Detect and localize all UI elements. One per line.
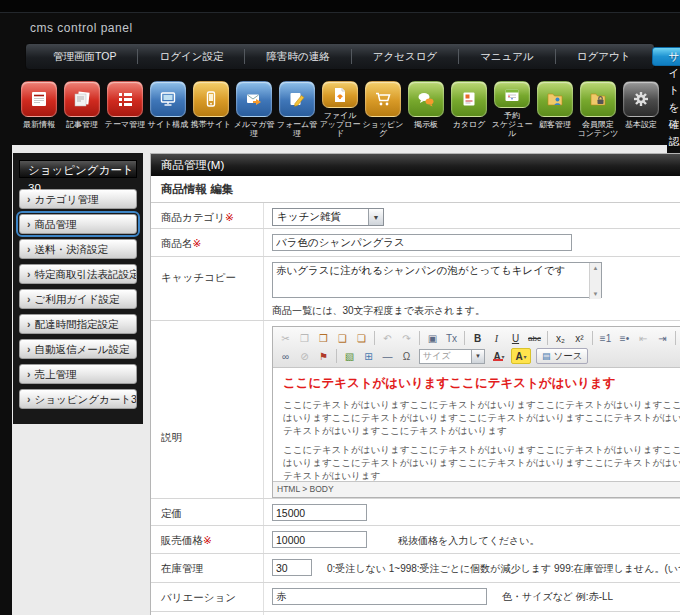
nav-item-1[interactable]: ログイン設定	[138, 49, 245, 64]
anchor-button[interactable]: ⚑	[315, 348, 332, 364]
nav-item-2[interactable]: 障害時の連絡	[245, 49, 351, 64]
chevron-right-icon: ›	[27, 243, 31, 255]
row-catch-copy: キャッチコピー 赤いグラスに注がれるシャンパンの泡がとってもキレイです ▲▼ 商…	[151, 257, 680, 321]
pencil-icon	[279, 81, 315, 117]
strike-button[interactable]: abc	[526, 330, 543, 346]
remove-format-button[interactable]: Tx	[443, 330, 460, 346]
list-price-label: 定価	[151, 499, 264, 525]
product-name-input[interactable]	[272, 234, 572, 251]
unordered-list-button[interactable]: ≡•	[616, 330, 633, 346]
underline-button[interactable]: U	[507, 330, 524, 346]
select-all-button[interactable]: ▣	[424, 330, 441, 346]
superscript-button[interactable]: x²	[571, 330, 588, 346]
category-select-value: キッチン雑貨	[273, 210, 368, 224]
ordered-list-button[interactable]: ≡1	[597, 330, 614, 346]
sidebar-item-label: 商品管理	[35, 218, 77, 230]
mail-icon	[236, 81, 272, 117]
toolbar-separator	[464, 331, 465, 345]
catch-copy-textarea[interactable]: 赤いグラスに注がれるシャンパンの泡がとってもキレイです	[272, 262, 602, 298]
top-strip	[0, 0, 680, 13]
toolbar-item-file-upload[interactable]: ファイル アップロード	[319, 81, 361, 138]
special-char-button[interactable]: Ω	[398, 348, 415, 364]
chevron-right-icon: ›	[27, 293, 31, 305]
toolbar-item-customer-mgmt[interactable]: 顧客管理	[534, 81, 576, 138]
image-button[interactable]: ▧	[341, 348, 358, 364]
monitor-icon	[150, 81, 186, 117]
toolbar-item-label: 会員限定 コンテンツ	[578, 120, 619, 138]
editor-status-bar[interactable]: HTML > BODY	[273, 481, 680, 497]
paste-button[interactable]: ❒	[315, 330, 332, 346]
chevron-down-icon: ▼	[368, 209, 383, 225]
toolbar-item-members-content[interactable]: 会員限定 コンテンツ	[577, 81, 619, 138]
text-color-button[interactable]: A▾	[489, 348, 509, 364]
nav-item-5[interactable]: ログアウト	[556, 49, 652, 64]
highlight-color-button[interactable]: A▾	[511, 348, 531, 364]
variation-input[interactable]	[272, 588, 487, 605]
chevron-right-icon: ›	[27, 318, 31, 330]
category-label: 商品カテゴリ	[161, 211, 225, 223]
sale-price-input[interactable]	[272, 531, 367, 548]
sidebar-item-label: ショッピングカート30について	[35, 393, 138, 405]
toolbar-item-catalog[interactable]: カタログ	[448, 81, 490, 138]
sidebar-item-0[interactable]: ›カテゴリ管理	[19, 189, 137, 209]
catch-copy-label: キャッチコピー	[151, 257, 264, 320]
subscript-button[interactable]: x₂	[552, 330, 569, 346]
category-select[interactable]: キッチン雑貨 ▼	[272, 208, 384, 226]
toolbar-item-shopping[interactable]: ショッピング	[362, 81, 404, 138]
horizontal-rule-button[interactable]: —	[379, 348, 396, 364]
sidebar-item-1[interactable]: ›商品管理	[19, 214, 137, 234]
scroll-up-icon[interactable]: ▲	[593, 265, 599, 271]
chevron-down-icon: ▾	[524, 353, 527, 360]
toolbar-item-bbs[interactable]: 掲示板	[405, 81, 447, 138]
source-button[interactable]: ▤ソース	[536, 348, 588, 364]
toolbar-item-label: 基本設定	[625, 120, 657, 129]
bold-button[interactable]: B	[469, 330, 486, 346]
sidebar-item-4[interactable]: ›ご利用ガイド設定	[19, 289, 137, 309]
sidebar-item-3[interactable]: ›特定商取引法表記設定	[19, 264, 137, 284]
toolbar-item-label: テーマ管理	[105, 120, 145, 129]
toolbar-item-label: カタログ	[453, 120, 486, 129]
link-button[interactable]: ∞	[277, 348, 294, 364]
sidebar-item-6[interactable]: ›自動返信メール設定	[19, 339, 137, 359]
toolbar-item-form-mgmt[interactable]: フォーム管理	[276, 81, 318, 138]
toolbar-separator	[547, 331, 548, 345]
toolbar-item-latest-news[interactable]: 最新情報	[18, 81, 60, 138]
editor-content[interactable]: ここにテキストがはいりますここにテキストがはいります ここにテキストがはいります…	[273, 368, 680, 481]
toolbar-item-mailmag-mgmt[interactable]: メルマガ管理	[233, 81, 275, 138]
toolbar-item-label: ファイル アップロード	[319, 111, 361, 138]
sidebar-item-8[interactable]: ›ショッピングカート30について	[19, 389, 137, 409]
stock-input[interactable]	[272, 559, 312, 576]
toolbar-item-schedule[interactable]: 予約 スケジュール	[491, 81, 533, 138]
paste-from-word-button[interactable]: ❏	[353, 330, 370, 346]
italic-button[interactable]: I	[488, 330, 505, 346]
toolbar-item-mobile-site[interactable]: 携帯サイト	[190, 81, 232, 138]
sidebar-item-5[interactable]: ›配達時間指定設定	[19, 314, 137, 334]
font-size-select[interactable]: サイズ ▼	[419, 349, 485, 364]
nav-item-4[interactable]: マニュアル	[459, 49, 556, 64]
required-mark: ※	[203, 534, 212, 546]
indent-button[interactable]: ⇥	[654, 330, 671, 346]
sidebar-item-7[interactable]: ›売上管理	[19, 364, 137, 384]
paste-plain-text-button[interactable]: ❑	[334, 330, 351, 346]
chevron-right-icon: ›	[27, 218, 31, 230]
catalog-icon	[451, 81, 487, 117]
table-button[interactable]: ⊞	[360, 348, 377, 364]
textarea-scrollbar[interactable]: ▲▼	[589, 263, 601, 299]
toolbar-separator	[419, 331, 420, 345]
list-price-input[interactable]	[272, 504, 367, 521]
chevron-right-icon: ›	[27, 343, 31, 355]
toolbar-item-site-structure[interactable]: サイト構成	[147, 81, 189, 138]
toolbar-item-theme-mgmt[interactable]: テーマ管理	[104, 81, 146, 138]
calendar-icon	[494, 81, 530, 108]
site-check-button[interactable]: サイトを確認する	[652, 47, 680, 66]
article-icon	[64, 81, 100, 117]
scroll-down-icon[interactable]: ▼	[593, 291, 599, 297]
nav-item-0[interactable]: 管理画面TOP	[32, 49, 138, 64]
toolbar-item-article-mgmt[interactable]: 記事管理	[61, 81, 103, 138]
toolbar-item-basic-settings[interactable]: 基本設定	[620, 81, 662, 138]
nav-item-3[interactable]: アクセスログ	[352, 49, 459, 64]
toolbar-item-label: 掲示板	[414, 120, 438, 129]
sidebar-item-label: 送料・決済設定	[35, 243, 109, 255]
app-title: cms control panel	[0, 13, 680, 42]
sidebar-item-2[interactable]: ›送料・決済設定	[19, 239, 137, 259]
